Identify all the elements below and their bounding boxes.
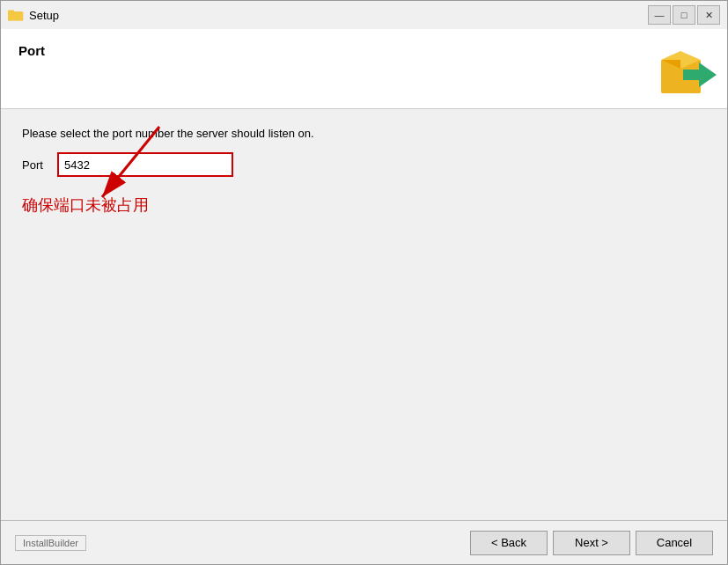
svg-marker-8 (699, 62, 717, 87)
svg-rect-9 (683, 70, 699, 80)
port-label: Port (22, 158, 48, 172)
description-text: Please select the port number the server… (22, 127, 706, 140)
content-area: Please select the port number the server… (1, 109, 727, 520)
title-bar: Setup — □ ✕ (1, 1, 727, 29)
brand-label: InstallBuilder (15, 535, 86, 551)
footer: InstallBuilder < Back Next > Cancel (1, 520, 727, 564)
header-icon-area (648, 29, 727, 108)
installer-icon (657, 38, 718, 99)
header-text-area: Port (1, 29, 648, 108)
footer-buttons: < Back Next > Cancel (470, 531, 713, 555)
port-input[interactable] (57, 152, 233, 177)
header-area: Port (1, 29, 727, 109)
maximize-button[interactable]: □ (673, 5, 695, 25)
close-button[interactable]: ✕ (697, 5, 720, 25)
title-bar-left: Setup (8, 8, 59, 22)
port-row: Port (22, 152, 706, 177)
annotation-text: 确保端口未被占用 (22, 194, 706, 216)
back-button[interactable]: < Back (470, 531, 548, 555)
folder-icon (8, 8, 24, 22)
setup-window: Setup — □ ✕ Port (0, 0, 728, 565)
title-controls: — □ ✕ (648, 5, 720, 25)
window-title: Setup (29, 9, 59, 22)
svg-rect-3 (8, 12, 23, 20)
minimize-button[interactable]: — (648, 5, 671, 25)
next-button[interactable]: Next > (553, 531, 630, 555)
page-title: Port (18, 43, 630, 58)
cancel-button[interactable]: Cancel (636, 531, 713, 555)
